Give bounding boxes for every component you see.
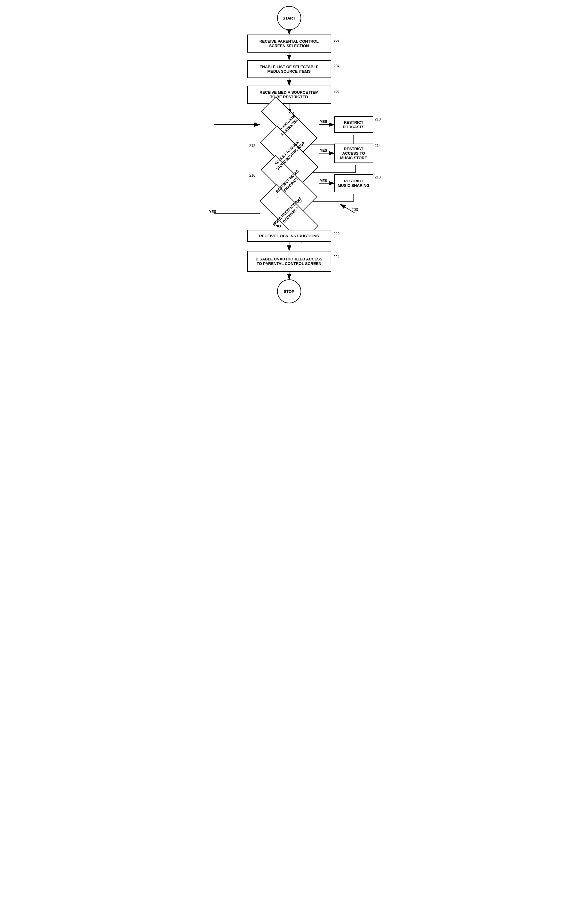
label-yes-216: YES bbox=[320, 179, 327, 183]
flowchart-diagram: START RECEIVE PARENTAL CONTROLSCREEN SEL… bbox=[184, 6, 395, 343]
ref-206: 206 bbox=[334, 89, 339, 94]
node-224: DISABLE UNAUTHORIZED ACCESSTO PARENTAL C… bbox=[247, 251, 331, 272]
ref-218: 218 bbox=[375, 175, 381, 179]
node-204: ENABLE LIST OF SELECTABLEMEDIA SOURCE IT… bbox=[247, 60, 331, 78]
node-218-label: RESTRICTMUSIC SHARING bbox=[338, 179, 369, 188]
node-214-label: RESTRICTACCESS TOMUSIC STORE bbox=[340, 147, 367, 160]
node-218: RESTRICTMUSIC SHARING bbox=[334, 174, 373, 192]
start-label: START bbox=[283, 16, 295, 20]
node-206: RECEIVE MEDIA SOURCE ITEMTO BE RESTRICTE… bbox=[247, 86, 331, 104]
node-220: MORE RESTRICTIONSRECEIVED? bbox=[260, 201, 318, 225]
ref-202: 202 bbox=[334, 39, 339, 43]
node-204-label: ENABLE LIST OF SELECTABLEMEDIA SOURCE IT… bbox=[260, 65, 318, 74]
node-202: RECEIVE PARENTAL CONTROLSCREEN SELECTION bbox=[247, 34, 331, 53]
stop-node: STOP bbox=[277, 279, 301, 303]
node-208: PODCASTSRESTRICTED? bbox=[260, 114, 318, 135]
node-210: RESTRICTPODCASTS bbox=[334, 116, 373, 133]
node-222: RECEIVE LOCK INSTRUCTIONS bbox=[247, 230, 331, 242]
ref-222: 222 bbox=[334, 232, 339, 236]
ref-224: 224 bbox=[334, 255, 339, 259]
ref-204: 204 bbox=[334, 64, 339, 68]
ref-212: 212 bbox=[250, 144, 255, 148]
node-224-label: DISABLE UNAUTHORIZED ACCESSTO PARENTAL C… bbox=[256, 257, 323, 266]
node-222-label: RECEIVE LOCK INSTRUCTIONS bbox=[259, 234, 319, 238]
ref-200: 200 bbox=[352, 207, 358, 212]
ref-214: 214 bbox=[375, 144, 381, 148]
label-yes-208: YES bbox=[320, 120, 327, 124]
ref-216: 216 bbox=[250, 173, 255, 178]
node-216: RESTRICT MUSICSHARING? bbox=[260, 173, 318, 194]
label-yes-220: YES bbox=[209, 210, 216, 214]
node-206-label: RECEIVE MEDIA SOURCE ITEMTO BE RESTRICTE… bbox=[260, 90, 318, 99]
node-202-label: RECEIVE PARENTAL CONTROLSCREEN SELECTION bbox=[260, 39, 318, 48]
label-yes-212: YES bbox=[320, 148, 327, 152]
start-node: START bbox=[277, 6, 301, 30]
ref-210: 210 bbox=[375, 117, 381, 121]
node-214: RESTRICTACCESS TOMUSIC STORE bbox=[334, 144, 373, 163]
node-210-label: RESTRICTPODCASTS bbox=[343, 120, 364, 129]
stop-label: STOP bbox=[284, 289, 294, 294]
